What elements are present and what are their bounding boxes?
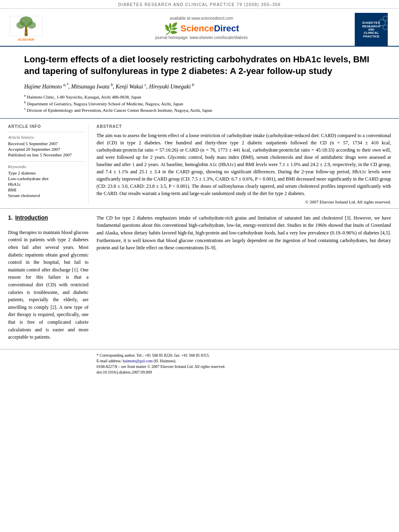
published-date: Published on line 5 November 2007	[8, 152, 84, 157]
sd-text: ScienceDirect	[181, 23, 239, 34]
svg-point-2	[16, 21, 25, 29]
copyright-line: © 2007 Elsevier Ireland Ltd. All rights …	[97, 199, 391, 204]
footnote-left-spacer	[8, 353, 88, 358]
received-date: Received 5 September 2007	[8, 141, 84, 146]
keywords-label: Keywords:	[8, 164, 84, 169]
journal-name: DIABETES RESEARCH AND CLINICAL PRACTICE …	[118, 2, 281, 7]
intro-right: The CD for type 2 diabetes emphasizes in…	[97, 214, 391, 345]
authors-line: Hajime Haimoto a,*, Mitsunaga Iwata b, K…	[24, 82, 375, 90]
email-line: E-mail address: haimoto@gol.com (H. Haim…	[97, 358, 391, 364]
svg-text:ELSEVIER: ELSEVIER	[18, 38, 34, 41]
svg-point-9	[379, 19, 385, 26]
svg-point-10	[383, 25, 388, 30]
accepted-date: Accepted 20 September 2007	[8, 147, 84, 152]
footnote-section: * Corresponding author. Tel.: +81 568 85…	[0, 349, 399, 375]
abstract-section: ABSTRACT The aim was to assess the long-…	[97, 124, 391, 204]
abstract-heading: ABSTRACT	[97, 124, 391, 129]
journal-header-bar: DIABETES RESEARCH AND CLINICAL PRACTICE …	[0, 0, 399, 9]
author-hiroyuki: Hiroyuki Umegaki b	[149, 84, 194, 90]
affiliations: a Haimoto Clinic, 1-80 Yayoicho, Kasugai…	[24, 93, 375, 113]
keyword-3: HbA1c	[8, 182, 84, 187]
email-link[interactable]: haimoto@gol.com	[123, 359, 152, 363]
journal-homepage: journal homepage: www.elsevier.com/locat…	[52, 35, 351, 43]
article-title: Long-term effects of a diet loosely rest…	[24, 54, 375, 77]
header-center: available at www.sciencedirect.com 🌿 Sci…	[48, 16, 355, 43]
intro-right-text: The CD for type 2 diabetes emphasizes in…	[97, 214, 391, 252]
corresponding-author: * Corresponding author. Tel.: +81 568 85…	[97, 353, 391, 358]
section-number: 1.	[8, 214, 13, 221]
intro-left: 1. Introduction Drug therapies to mainta…	[8, 214, 88, 345]
keywords-block: Keywords: Type 2 diabetes Low-carbohydra…	[8, 161, 84, 198]
history-label: Article history:	[8, 135, 84, 140]
logo-line5: PRACTICE	[363, 35, 380, 38]
content-section: ARTICLE INFO Article history: Received 5…	[0, 119, 399, 209]
and-word: and	[68, 327, 75, 333]
title-section: Long-term effects of a diet loosely rest…	[0, 47, 399, 119]
journal-logo-box: DIABETES RESEARCH AND CLINICAL PRACTICE	[355, 13, 388, 46]
intro-left-text: Drug therapies to maintain blood glucose…	[8, 229, 88, 341]
keyword-4: BMI	[8, 187, 84, 192]
header-section: ELSEVIER available at www.sciencedirect.…	[0, 9, 399, 47]
article-dates-block: Article history: Received 5 September 20…	[8, 132, 84, 157]
affiliation-c: c Division of Epidemiology and Preventio…	[24, 107, 375, 113]
author-hajime: Hajime Haimoto a,*	[24, 84, 68, 90]
svg-rect-6	[25, 32, 27, 36]
journal-logo-right: DIABETES RESEARCH AND CLINICAL PRACTICE	[355, 13, 391, 46]
section-title: Introduction	[15, 214, 48, 221]
sciencedirect-logo: 🌿 ScienceDirect	[52, 22, 351, 35]
affiliation-a: a Haimoto Clinic, 1-80 Yayoicho, Kasugai…	[24, 93, 375, 99]
keyword-2: Low-carbohydrate diet	[8, 176, 84, 181]
doi-line: doi:10.1016/j.diabres.2007.09.009	[97, 370, 391, 375]
svg-point-3	[27, 21, 36, 29]
affiliation-b: b Department of Geriatrics, Nagoya Unive…	[24, 100, 375, 106]
keyword-5: Serum cholesterol	[8, 193, 84, 198]
available-text: available at www.sciencedirect.com	[52, 16, 351, 21]
keyword-1: Type 2 diabetes	[8, 170, 84, 175]
introduction-section: 1. Introduction Drug therapies to mainta…	[0, 209, 399, 349]
article-info-heading: ARTICLE INFO	[8, 124, 84, 129]
svg-point-5	[25, 29, 27, 32]
sd-tree-icon: 🌿	[164, 22, 178, 35]
footnote-left	[8, 353, 88, 375]
abstract-text: The aim was to assess the long-term effe…	[97, 132, 391, 197]
issn-line: 0168-8227/$ – see front matter © 2007 El…	[97, 364, 391, 370]
author-kenji: Kenji Wakai c	[116, 84, 146, 90]
author-mitsunaga: Mitsunaga Iwata b	[71, 84, 113, 90]
svg-point-8	[383, 16, 388, 21]
elsevier-logo: ELSEVIER	[8, 14, 48, 45]
footnote-right: * Corresponding author. Tel.: +81 568 85…	[97, 353, 391, 375]
article-info: ARTICLE INFO Article history: Received 5…	[8, 124, 88, 204]
